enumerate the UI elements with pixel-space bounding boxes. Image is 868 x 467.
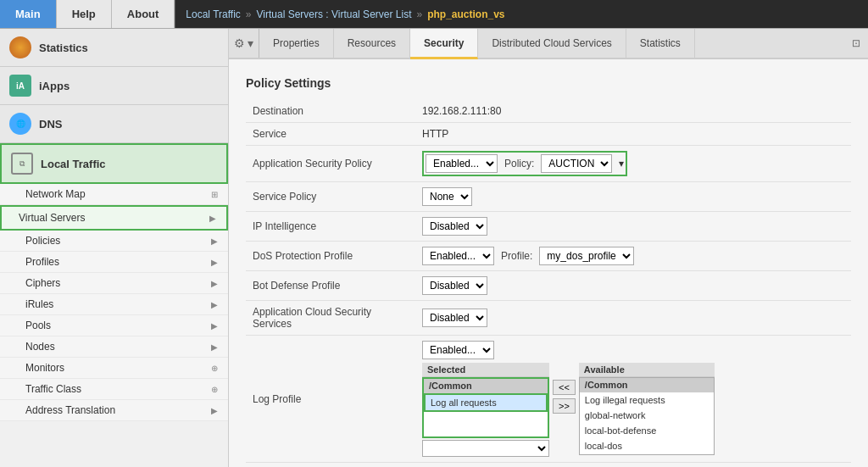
virtual-servers-arrow: ▶: [209, 214, 216, 223]
tab-resources[interactable]: Resources: [334, 29, 410, 58]
app-cloud-security-select[interactable]: Disabled Enabled: [422, 309, 487, 327]
value-app-cloud-security: Disabled Enabled: [415, 301, 851, 336]
pools-arrow: ▶: [211, 321, 218, 331]
value-service-policy: None: [415, 182, 851, 212]
content-area: ⚙ ▾ Properties Resources Security Distri…: [229, 29, 868, 467]
traffic-class-circle: ⊕: [211, 385, 218, 394]
top-menu-bar: Main Help About Local Traffic » Virtual …: [0, 0, 868, 29]
tab-properties[interactable]: Properties: [259, 29, 334, 58]
monitors-circle: ⊕: [211, 364, 218, 373]
sidebar-item-dns[interactable]: 🌐 DNS: [0, 105, 228, 143]
sidebar: Statistics iA iApps 🌐 DNS ⧉ Local Traffi…: [0, 29, 229, 467]
log-profile-available-item-1[interactable]: global-network: [580, 408, 714, 423]
label-log-profile: Log Profile: [246, 336, 415, 463]
dns-icon: 🌐: [8, 112, 32, 136]
row-bot-defense-profile: Bot Defense Profile Disabled Enabled: [246, 271, 851, 301]
sidebar-item-monitors[interactable]: Monitors ⊕: [0, 358, 228, 379]
address-translation-arrow: ▶: [211, 406, 218, 415]
irules-arrow: ▶: [211, 300, 218, 309]
sidebar-item-iapps[interactable]: iA iApps: [0, 67, 228, 105]
sidebar-item-pools[interactable]: Pools ▶: [0, 315, 228, 336]
sidebar-item-local-traffic[interactable]: ⧉ Local Traffic: [0, 143, 228, 184]
row-service-policy: Service Policy None: [246, 182, 851, 212]
log-profile-available-item-3[interactable]: local-dos: [580, 438, 714, 453]
row-dos-protection-profile: DoS Protection Profile Enabled... Disabl…: [246, 242, 851, 271]
log-profile-available-item-0[interactable]: Log illegal requests: [580, 392, 714, 408]
transfer-buttons: << >>: [553, 363, 576, 414]
sidebar-item-policies[interactable]: Policies ▶: [0, 231, 228, 252]
ip-intelligence-select[interactable]: Disabled Enabled: [422, 217, 487, 236]
iapps-icon: iA: [8, 74, 32, 97]
row-app-security-policy: Application Security Policy Enabled... D…: [246, 146, 851, 182]
gear-button[interactable]: ⚙ ▾: [229, 29, 259, 58]
log-profile-selected-container: Selected /Common Log all requests: [422, 363, 549, 457]
log-profile-selected-box: /Common Log all requests: [422, 377, 549, 438]
policy-panel: Policy Settings Destination 192.168.2.11…: [229, 59, 868, 467]
menu-item-main[interactable]: Main: [0, 0, 57, 28]
log-profile-available-header: Available: [579, 363, 715, 377]
tab-security[interactable]: Security: [410, 29, 478, 59]
log-profile-boxes: Selected /Common Log all requests: [422, 363, 844, 457]
sidebar-item-irules[interactable]: iRules ▶: [0, 294, 228, 315]
log-profile-selected-header: Selected: [422, 363, 549, 377]
sidebar-item-statistics[interactable]: Statistics: [0, 29, 228, 67]
log-profile-available-box: /Common Log illegal requests global-netw…: [579, 377, 715, 455]
service-policy-select[interactable]: None: [422, 187, 472, 206]
menu-item-help[interactable]: Help: [57, 0, 112, 28]
policy-dropdown-arrow: ▾: [619, 158, 624, 170]
log-profile-selected-item[interactable]: Log all requests: [424, 393, 548, 412]
breadcrumb-local-traffic[interactable]: Local Traffic: [186, 8, 240, 20]
sidebar-item-label-statistics: Statistics: [39, 42, 220, 54]
profiles-arrow: ▶: [211, 258, 218, 267]
tab-expand-icon[interactable]: ⊡: [844, 29, 868, 58]
row-app-cloud-security: Application Cloud Security Services Disa…: [246, 301, 851, 336]
sidebar-item-traffic-class[interactable]: Traffic Class ⊕: [0, 379, 228, 400]
transfer-right-button[interactable]: >>: [553, 398, 576, 414]
sidebar-item-nodes[interactable]: Nodes ▶: [0, 336, 228, 358]
value-service: HTTP: [415, 123, 851, 146]
value-destination: 192.168.2.111:80: [415, 100, 851, 123]
app-security-enabled-select[interactable]: Enabled... Disabled: [426, 154, 498, 173]
policy-form-table: Destination 192.168.2.111:80 Service HTT…: [246, 100, 851, 463]
app-security-policy-select[interactable]: AUCTION: [541, 154, 612, 173]
sidebar-item-virtual-servers[interactable]: Virtual Servers ▶: [0, 205, 228, 231]
sidebar-item-label-local-traffic: Local Traffic: [41, 158, 218, 170]
log-profile-enabled-select[interactable]: Enabled... Disabled: [422, 341, 494, 359]
sidebar-item-network-map[interactable]: Network Map ⊞: [0, 184, 228, 205]
breadcrumb-virtual-servers[interactable]: Virtual Servers : Virtual Server List: [257, 8, 412, 20]
nodes-arrow: ▶: [211, 342, 218, 352]
sidebar-item-ciphers[interactable]: Ciphers ▶: [0, 273, 228, 294]
row-log-profile: Log Profile Enabled... Disabled: [246, 336, 851, 463]
dos-protection-profile-select[interactable]: my_dos_profile: [539, 247, 634, 265]
transfer-left-button[interactable]: <<: [553, 380, 576, 395]
log-profile-selected-scroll[interactable]: [422, 440, 549, 457]
label-app-cloud-security: Application Cloud Security Services: [246, 301, 415, 336]
log-profile-available-common: /Common: [580, 378, 714, 392]
label-service: Service: [246, 123, 415, 146]
menu-item-about[interactable]: About: [112, 0, 175, 28]
tab-statistics[interactable]: Statistics: [626, 29, 695, 58]
log-profile-selected-common: /Common: [424, 379, 548, 393]
main-layout: Statistics iA iApps 🌐 DNS ⧉ Local Traffi…: [0, 29, 868, 467]
dos-protection-enabled-select[interactable]: Enabled... Disabled: [422, 247, 494, 265]
row-ip-intelligence: IP Intelligence Disabled Enabled: [246, 212, 851, 242]
log-profile-available-container: Available /Common Log illegal requests g…: [579, 363, 715, 455]
breadcrumb-current: php_auction_vs: [427, 8, 504, 20]
bot-defense-select[interactable]: Disabled Enabled: [422, 276, 487, 295]
log-profile-available-item-2[interactable]: local-bot-defense: [580, 423, 714, 438]
row-destination: Destination 192.168.2.111:80: [246, 100, 851, 123]
value-log-profile: Enabled... Disabled Selected: [415, 336, 851, 463]
tab-distributed-cloud[interactable]: Distributed Cloud Services: [478, 29, 626, 58]
tab-bar: ⚙ ▾ Properties Resources Security Distri…: [229, 29, 868, 59]
row-service: Service HTTP: [246, 123, 851, 146]
network-map-icon: ⊞: [211, 190, 218, 199]
label-dos-protection-profile: DoS Protection Profile: [246, 242, 415, 271]
policy-label: Policy:: [504, 158, 534, 170]
sidebar-item-address-translation[interactable]: Address Translation ▶: [0, 400, 228, 421]
sidebar-item-profiles[interactable]: Profiles ▶: [0, 252, 228, 273]
dos-profile-label: Profile:: [501, 250, 532, 262]
lt-icon: ⧉: [10, 152, 34, 175]
value-dos-protection-profile: Enabled... Disabled Profile: my_dos_prof…: [415, 242, 851, 271]
breadcrumb-bar: Local Traffic » Virtual Servers : Virtua…: [175, 0, 868, 28]
policies-arrow: ▶: [211, 236, 218, 246]
